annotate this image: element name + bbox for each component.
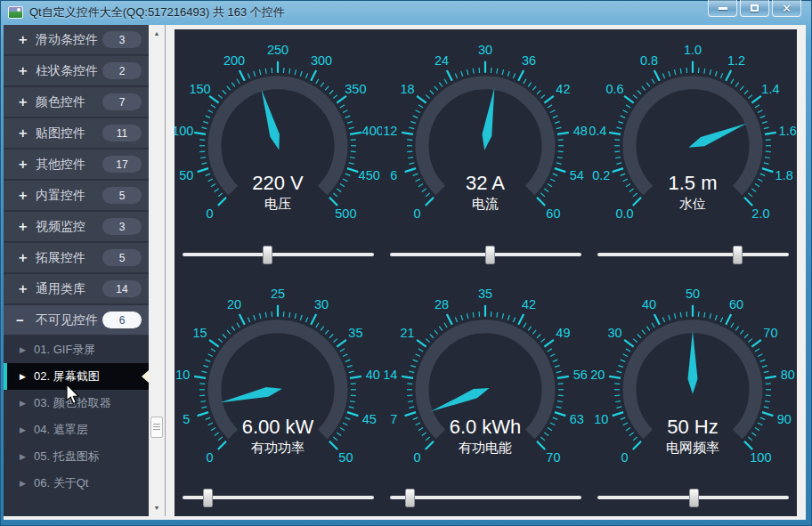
sidebar-child-list: ▶01. GIF录屏▶02. 屏幕截图▶03. 颜色拾取器▶04. 遮罩层▶05…	[4, 336, 149, 497]
slider-track[interactable]	[597, 253, 789, 256]
slider-track[interactable]	[390, 253, 581, 256]
group-label: 颜色控件	[36, 94, 102, 110]
sidebar-group-9[interactable]: ＋通用类库14	[4, 274, 149, 305]
sidebar-item-3[interactable]: ▶03. 颜色拾取器	[4, 390, 149, 417]
gauge-active-energy: 071421283542495663706.0 kWh有功电能	[382, 273, 589, 480]
slider-voltage[interactable]	[175, 236, 382, 273]
scroll-down-arrow-icon[interactable]: ▼	[149, 501, 165, 514]
svg-text:350: 350	[345, 82, 366, 96]
gauge-needle	[686, 118, 749, 151]
slider-handle[interactable]	[203, 489, 213, 507]
gauge-name: 水位	[679, 196, 706, 211]
slider-track[interactable]	[183, 496, 374, 499]
svg-text:30: 30	[608, 326, 622, 340]
sidebar-item-6[interactable]: ▶06. 关于Qt	[4, 470, 149, 497]
svg-text:1.8: 1.8	[775, 168, 793, 182]
svg-text:1.0: 1.0	[684, 43, 702, 57]
svg-text:7: 7	[390, 412, 397, 426]
slider-active-power[interactable]	[175, 479, 382, 516]
slider-handle[interactable]	[733, 246, 743, 264]
slider-water-level[interactable]	[589, 236, 797, 273]
sidebar-group-8[interactable]: ＋拓展控件5	[4, 243, 149, 274]
gauge-voltage: 050100150200250300350400450500220 V电压	[175, 29, 382, 236]
item-label: 06. 关于Qt	[34, 475, 88, 491]
scroll-up-arrow-icon[interactable]: ▲	[149, 27, 165, 40]
maximize-button[interactable]	[740, 0, 769, 17]
slider-current[interactable]	[382, 236, 589, 273]
sidebar-group-7[interactable]: ＋视频监控3	[4, 212, 149, 243]
collapse-icon: −	[16, 312, 36, 328]
svg-text:24: 24	[434, 53, 449, 68]
count-badge: 2	[102, 62, 142, 79]
svg-text:30: 30	[478, 43, 492, 57]
slider-track[interactable]	[183, 253, 374, 256]
svg-text:300: 300	[311, 53, 332, 68]
svg-text:400: 400	[362, 124, 382, 138]
svg-text:12: 12	[383, 124, 397, 138]
slider-handle[interactable]	[485, 246, 495, 264]
gauge-needle	[480, 87, 499, 151]
count-badge: 5	[102, 249, 142, 266]
svg-text:1.4: 1.4	[761, 82, 779, 96]
slider-grid-frequency[interactable]	[589, 479, 797, 516]
sidebar-group-4[interactable]: ＋贴图控件11	[4, 118, 149, 150]
slider-handle[interactable]	[689, 489, 699, 507]
gauge-value: 220 V	[252, 172, 304, 194]
sidebar-group-5[interactable]: ＋其他控件17	[4, 150, 149, 181]
sidebar-item-2[interactable]: ▶02. 屏幕截图	[4, 363, 149, 390]
svg-text:48: 48	[573, 124, 588, 138]
gauge-row-top: 050100150200250300350400450500220 V电压061…	[175, 29, 797, 236]
gauge-panel: 050100150200250300350400450500220 V电压061…	[175, 29, 797, 516]
svg-text:18: 18	[401, 82, 415, 96]
svg-text:70: 70	[763, 326, 777, 340]
sidebar-group-10[interactable]: −不可见控件6	[4, 305, 149, 336]
maximize-icon	[751, 4, 759, 12]
slider-track[interactable]	[597, 496, 789, 499]
svg-text:0: 0	[414, 206, 421, 221]
sidebar-group-list: ＋滑动条控件3＋柱状条控件2＋颜色控件7＋贴图控件11＋其他控件17＋内置控件5…	[4, 25, 149, 336]
item-label: 05. 托盘图标	[34, 449, 100, 465]
sidebar-scrollbar[interactable]: ▲ ▼	[149, 25, 166, 516]
svg-text:0.4: 0.4	[589, 124, 606, 138]
gauge-value: 1.5 m	[668, 172, 717, 194]
svg-text:100: 100	[750, 450, 771, 465]
sidebar-group-6[interactable]: ＋内置控件5	[4, 181, 149, 212]
gauge-name: 有功电能	[459, 439, 512, 454]
svg-text:0: 0	[414, 450, 421, 465]
slider-handle[interactable]	[405, 489, 415, 507]
count-badge: 7	[102, 93, 142, 110]
sidebar-group-3[interactable]: ＋颜色控件7	[4, 87, 149, 118]
item-label: 02. 屏幕截图	[34, 368, 100, 384]
expand-icon: ＋	[16, 187, 36, 204]
scrollbar-thumb[interactable]	[150, 417, 163, 438]
svg-text:0.2: 0.2	[592, 168, 610, 182]
svg-text:56: 56	[573, 367, 588, 381]
svg-text:15: 15	[193, 326, 207, 340]
gauge-current: 0612182430364248546032 A电流	[382, 29, 589, 236]
app-window: Qt自定义控件大全(QQ:517216493) 共 163 个控件 ✕ ＋滑动条…	[0, 0, 812, 526]
sidebar-group-2[interactable]: ＋柱状条控件2	[4, 56, 149, 87]
sidebar-item-1[interactable]: ▶01. GIF录屏	[4, 336, 149, 363]
slider-active-energy[interactable]	[382, 479, 589, 516]
sidebar-item-4[interactable]: ▶04. 遮罩层	[4, 417, 149, 443]
svg-text:25: 25	[271, 286, 285, 300]
sidebar-group-1[interactable]: ＋滑动条控件3	[4, 25, 149, 56]
slider-row-bottom	[175, 479, 797, 516]
slider-track[interactable]	[390, 496, 581, 499]
close-button[interactable]: ✕	[772, 0, 801, 17]
expand-icon: ＋	[16, 218, 36, 235]
svg-text:450: 450	[359, 168, 380, 182]
sidebar-item-5[interactable]: ▶05. 托盘图标	[4, 443, 149, 470]
close-icon: ✕	[782, 3, 792, 14]
minimize-button[interactable]	[708, 0, 737, 17]
count-badge: 6	[102, 312, 142, 328]
group-label: 通用类库	[36, 281, 102, 297]
svg-text:0: 0	[207, 206, 214, 221]
svg-text:5: 5	[183, 412, 190, 426]
svg-text:1.6: 1.6	[779, 124, 797, 138]
slider-handle[interactable]	[263, 246, 272, 264]
svg-text:90: 90	[777, 412, 792, 426]
group-label: 滑动条控件	[36, 32, 102, 48]
svg-text:42: 42	[556, 82, 570, 96]
client-area: ＋滑动条控件3＋柱状条控件2＋颜色控件7＋贴图控件11＋其他控件17＋内置控件5…	[4, 25, 806, 520]
